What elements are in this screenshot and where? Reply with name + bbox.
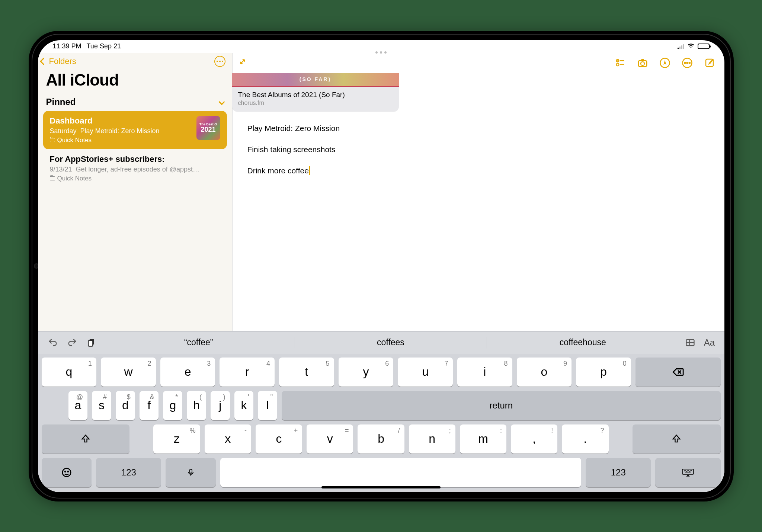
- suggestion-2[interactable]: coffees: [295, 331, 487, 354]
- note-line: Drink more coffee: [247, 165, 710, 176]
- status-time: 11:39 PM: [53, 42, 81, 50]
- key-y[interactable]: 6y: [339, 358, 394, 387]
- svg-rect-22: [190, 469, 192, 473]
- key-o[interactable]: 9o: [517, 358, 572, 387]
- key-e[interactable]: 3e: [160, 358, 215, 387]
- key-q[interactable]: 1q: [42, 358, 97, 387]
- section-header-pinned[interactable]: Pinned: [38, 94, 232, 111]
- svg-point-19: [63, 468, 71, 477]
- format-icon[interactable]: Aa: [701, 334, 718, 351]
- key-c[interactable]: +c: [256, 424, 302, 454]
- ipad-frame: 11:39 PM Tue Sep 21 Folders: [29, 31, 734, 501]
- key-d[interactable]: $d: [116, 391, 135, 420]
- screen: 11:39 PM Tue Sep 21 Folders: [38, 40, 724, 492]
- key-i[interactable]: 8i: [457, 358, 512, 387]
- back-label: Folders: [49, 57, 76, 66]
- sidebar: Folders All iCloud Pinned Dashboard Sa: [38, 53, 233, 331]
- text-cursor: [309, 166, 310, 175]
- key-a[interactable]: @a: [68, 391, 88, 420]
- ellipsis-icon: [217, 61, 223, 62]
- suggestion-bar: “coffee” coffees coffeehouse Aa: [38, 331, 724, 354]
- svg-point-5: [641, 61, 644, 65]
- key-z[interactable]: %z: [153, 424, 200, 454]
- key-comma[interactable]: !,: [511, 424, 557, 454]
- dismiss-keyboard-key[interactable]: [655, 458, 720, 487]
- undo-icon[interactable]: [44, 334, 62, 351]
- status-date: Tue Sep 21: [87, 42, 121, 50]
- folder-icon: [50, 176, 55, 180]
- note-preview: Saturday Play Metroid: Zero Mission: [50, 127, 192, 135]
- key-m[interactable]: :m: [460, 424, 506, 454]
- key-r[interactable]: 4r: [220, 358, 275, 387]
- key-b[interactable]: /b: [358, 424, 404, 454]
- link-preview-card[interactable]: (SO FAR) The Best Albums of 2021 (So Far…: [232, 73, 399, 112]
- more-icon[interactable]: [681, 57, 693, 69]
- key-g[interactable]: *g: [163, 391, 182, 420]
- note-preview: 9/13/21 Get longer, ad-free episodes of …: [50, 166, 220, 173]
- return-key[interactable]: return: [282, 391, 720, 420]
- sidebar-more-button[interactable]: [214, 56, 225, 67]
- wifi-icon: [687, 42, 695, 50]
- key-n[interactable]: ;n: [409, 424, 455, 454]
- svg-point-10: [689, 62, 690, 63]
- note-line: Finish taking screenshots: [247, 144, 710, 155]
- key-h[interactable]: (h: [187, 391, 206, 420]
- expand-icon[interactable]: [238, 57, 250, 69]
- note-folder: Quick Notes: [50, 137, 192, 144]
- numbers-key-right[interactable]: 123: [586, 458, 651, 487]
- numbers-key-left[interactable]: 123: [96, 458, 161, 487]
- svg-point-9: [686, 62, 688, 63]
- key-p[interactable]: 0p: [576, 358, 631, 387]
- note-body-text[interactable]: Play Metroid: Zero Mission Finish taking…: [233, 112, 724, 187]
- editor-toolbar: [233, 53, 724, 73]
- note-item-selected[interactable]: Dashboard Saturday Play Metroid: Zero Mi…: [43, 111, 227, 149]
- link-hero: (SO FAR): [232, 73, 399, 87]
- key-v[interactable]: =v: [307, 424, 353, 454]
- key-j[interactable]: )j: [211, 391, 230, 420]
- editor-pane: (SO FAR) The Best Albums of 2021 (So Far…: [233, 53, 724, 331]
- redo-icon[interactable]: [63, 334, 81, 351]
- chevron-down-icon: [218, 99, 225, 105]
- note-thumbnail: The Best O 2021: [196, 116, 220, 140]
- checklist-icon[interactable]: [614, 57, 626, 69]
- svg-rect-13: [88, 340, 93, 346]
- backspace-key[interactable]: [635, 358, 721, 387]
- sidebar-title: All iCloud: [38, 67, 232, 94]
- home-indicator[interactable]: [321, 486, 441, 488]
- note-folder: Quick Notes: [50, 175, 220, 182]
- key-s[interactable]: #s: [92, 391, 111, 420]
- dictation-key[interactable]: [166, 458, 216, 487]
- status-bar: 11:39 PM Tue Sep 21: [38, 40, 724, 53]
- multitask-dots[interactable]: [375, 51, 387, 54]
- suggestion-1[interactable]: “coffee”: [103, 331, 295, 354]
- svg-point-2: [616, 63, 619, 66]
- key-k[interactable]: 'k: [234, 391, 254, 420]
- key-l[interactable]: "l: [258, 391, 277, 420]
- key-f[interactable]: &f: [140, 391, 159, 420]
- emoji-key[interactable]: [42, 458, 92, 487]
- camera-icon[interactable]: [637, 57, 649, 69]
- keyboard: “coffee” coffees coffeehouse Aa 1q2w3e4r…: [38, 331, 724, 492]
- svg-point-20: [65, 471, 66, 472]
- notes-app: Folders All iCloud Pinned Dashboard Sa: [38, 53, 724, 331]
- compose-icon[interactable]: [704, 57, 715, 69]
- clipboard-icon[interactable]: [83, 334, 100, 351]
- folder-icon: [50, 138, 55, 142]
- key-period[interactable]: ?.: [562, 424, 608, 454]
- suggestion-3[interactable]: coffeehouse: [487, 331, 679, 354]
- key-t[interactable]: 5t: [279, 358, 334, 387]
- back-folders-button[interactable]: Folders: [41, 57, 76, 66]
- shift-key-left[interactable]: [42, 424, 130, 454]
- markup-icon[interactable]: [659, 57, 671, 69]
- space-key[interactable]: [220, 458, 581, 487]
- key-x[interactable]: -x: [205, 424, 251, 454]
- battery-icon: [698, 44, 710, 49]
- note-item[interactable]: For AppStories+ subscribers: 9/13/21 Get…: [43, 149, 227, 188]
- cellular-signal-icon: [678, 44, 684, 49]
- key-w[interactable]: 2w: [101, 358, 156, 387]
- chevron-left-icon: [40, 58, 47, 65]
- shift-key-right[interactable]: [633, 424, 721, 454]
- key-u[interactable]: 7u: [398, 358, 453, 387]
- link-title: The Best Albums of 2021 (So Far): [238, 91, 393, 99]
- table-icon[interactable]: [681, 334, 699, 351]
